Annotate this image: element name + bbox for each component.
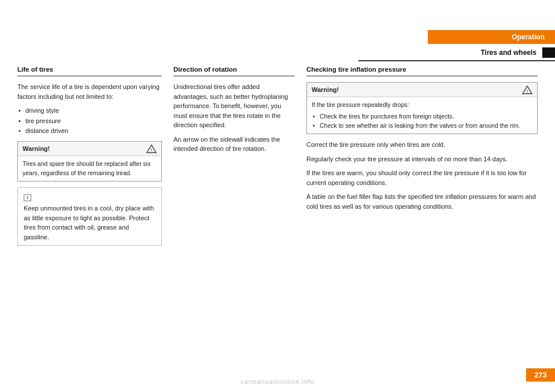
header-bar: Operation Tires and wheels	[358, 30, 555, 61]
inflation-header: Checking tire inflation pressure	[306, 64, 538, 76]
page-number: 273	[526, 368, 555, 382]
inflation-title: Checking tire inflation pressure	[306, 66, 406, 73]
inflation-warning-header: Warning! !	[307, 83, 537, 97]
page: Operation Tires and wheels Life of tires…	[0, 0, 555, 392]
life-of-tires-warning-box: Warning! ! Tires and spare tire should b…	[17, 141, 162, 182]
direction-title: Direction of rotation	[173, 66, 237, 73]
warning-body: Tires and spare tire should be replaced …	[18, 156, 161, 182]
tires-wheels-bar: Tires and wheels	[358, 45, 555, 61]
col-life-of-tires: Life of tires The service life of a tire…	[17, 64, 173, 357]
direction-para1: Unidirectional tires offer added advanta…	[173, 82, 295, 130]
life-of-tires-intro: The service life of a tire is dependent …	[17, 82, 162, 101]
operation-label: Operation	[512, 33, 545, 41]
svg-text:!: !	[151, 147, 153, 153]
warning-header: Warning! !	[18, 142, 161, 156]
inflation-bullet-2: Check to see whether air is leaking from…	[312, 121, 532, 131]
inflation-warning-box: Warning! ! If the tire pressure repeated…	[306, 82, 538, 134]
warning-label: Warning!	[23, 145, 50, 152]
svg-text:!: !	[527, 88, 528, 94]
warning-triangle-icon: !	[146, 144, 157, 153]
operation-tab: Operation	[428, 30, 555, 44]
inflation-warning-bullets: Check the tires for punctures from forei…	[312, 112, 532, 131]
bullet-driving-style: driving style	[17, 106, 162, 116]
life-of-tires-title: Life of tires	[17, 66, 53, 73]
inflation-para1: Correct the tire pressure only when tire…	[306, 140, 538, 150]
inflation-bullet-1: Check the tires for punctures from forei…	[312, 112, 532, 121]
tires-wheels-label: Tires and wheels	[481, 49, 537, 57]
inflation-warning-condition: If the tire pressure repeatedly drops:	[312, 101, 532, 110]
inflation-para3: If the tires are warm, you should only c…	[306, 168, 538, 187]
direction-para2: An arrow on the sidewall indicates the i…	[173, 135, 295, 154]
bullet-tire-pressure: tire pressure	[17, 116, 162, 127]
inflation-warning-triangle-icon: !	[522, 85, 532, 94]
col-tire-inflation: Checking tire inflation pressure Warning…	[306, 64, 538, 357]
inflation-para2: Regularly check your tire pressure at in…	[306, 154, 538, 164]
direction-header: Direction of rotation	[173, 64, 295, 76]
info-box: ! Keep unmounted tires in a cool, dry pl…	[17, 187, 162, 246]
inflation-warning-body: If the tire pressure repeatedly drops: C…	[307, 97, 537, 134]
section-block-icon	[542, 47, 555, 58]
col-direction-of-rotation: Direction of rotation Unidirectional tir…	[173, 64, 306, 357]
life-of-tires-header: Life of tires	[17, 64, 162, 76]
inflation-warning-label: Warning!	[312, 86, 339, 93]
watermark: carmanualsonline.info	[240, 378, 314, 385]
content-area: Life of tires The service life of a tire…	[17, 64, 538, 357]
bullet-distance-driven: distance driven	[17, 126, 162, 136]
life-of-tires-bullets: driving style tire pressure distance dri…	[17, 106, 162, 136]
warning-text: Tires and spare tire should be replaced …	[23, 160, 150, 176]
inflation-para4: A table on the fuel filler flap lists th…	[306, 192, 538, 211]
info-icon: !	[24, 194, 31, 201]
info-text: Keep unmounted tires in a cool, dry plac…	[24, 204, 156, 242]
